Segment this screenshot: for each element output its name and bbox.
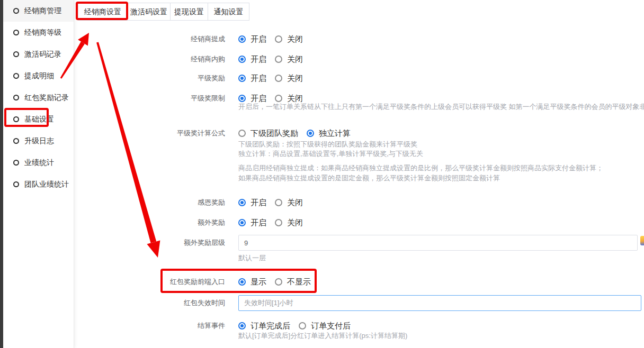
radio-checked-icon[interactable] (238, 35, 246, 43)
field-label: 额外奖励层级 (74, 238, 225, 248)
radio-option-on[interactable]: 开启 (238, 34, 266, 44)
sidebar-item-label: 红包奖励记录 (24, 93, 69, 103)
sidebar-item-performance-stats[interactable]: 业绩统计 (3, 152, 74, 173)
radio-checked-icon[interactable] (238, 56, 246, 63)
radio-option-on[interactable]: 开启 (238, 74, 266, 84)
circle-icon (13, 8, 19, 14)
radio-option-on[interactable]: 开启 (238, 218, 266, 228)
field-label: 额外奖励 (74, 218, 225, 227)
circle-icon (13, 30, 19, 35)
radio-unchecked-icon[interactable] (238, 130, 246, 137)
radio-unchecked-icon[interactable] (275, 75, 282, 82)
radio-option-order-paid[interactable]: 订单支付后 (299, 321, 351, 331)
radio-unchecked-icon[interactable] (275, 56, 282, 63)
field-label: 经销商内购 (74, 54, 225, 64)
radio-option-off[interactable]: 关闭 (275, 198, 303, 208)
sidebar-item-dealer-level[interactable]: 经销商等级 (3, 22, 74, 43)
field-label: 经销商提成 (74, 34, 225, 44)
radio-checked-icon[interactable] (238, 278, 246, 286)
circle-icon (13, 138, 19, 144)
circle-icon (13, 116, 19, 122)
sidebar-item-basic-settings[interactable]: 基础设置 (3, 108, 74, 130)
radio-option-show[interactable]: 显示 (238, 277, 266, 287)
tab-notification-settings[interactable]: 通知设置 (208, 3, 249, 21)
sidebar-item-label: 提成明细 (24, 71, 54, 81)
radio-unchecked-icon[interactable] (275, 95, 282, 102)
help-text: 如果商品经销商独立提成设置的是固定金额，那么平级奖计算金额则按照固定金额计算 (238, 173, 644, 183)
redpacket-expire-time-input[interactable] (238, 295, 641, 311)
form-row-settlement-event: 结算事件 订单完成后 订单支付后 (74, 320, 644, 331)
radio-option-on[interactable]: 开启 (238, 198, 266, 208)
field-label: 平级奖励 (74, 74, 225, 83)
radio-option-off[interactable]: 关闭 (275, 34, 303, 44)
radio-unchecked-icon[interactable] (275, 199, 282, 206)
tab-dealer-settings[interactable]: 经销商设置 (78, 3, 128, 21)
sidebar-item-team-performance-stats[interactable]: 团队业绩统计 (3, 173, 74, 195)
radio-unchecked-icon[interactable] (275, 278, 282, 286)
form-row-same-level-formula: 平级奖计算公式 下级团队奖励 独立计算 (74, 128, 644, 139)
radio-unchecked-icon[interactable] (275, 219, 282, 226)
help-text: 默认[订单完成后]分红订单进入结算计算(ps:计算结算期) (238, 331, 644, 341)
help-text: 商品启用经销商独立提成：如果商品经销商独立提成设置的是比例，那么平级奖计算金额则… (238, 163, 644, 173)
field-label: 平级奖计算公式 (74, 129, 225, 138)
radio-option-off[interactable]: 关闭 (275, 54, 303, 65)
help-text: 开启后，一笔订单关系链从下往上只有第一个满足平级奖条件的上级会员可以获得平级奖 … (238, 102, 644, 112)
field-label: 感恩奖励 (74, 198, 225, 207)
circle-icon (13, 160, 19, 166)
form-row-redpacket-front-entry: 红包奖励前端入口 显示 不显示 (74, 277, 644, 287)
tab-withdrawal-settings[interactable]: 提现设置 (170, 3, 208, 21)
sidebar-item-redpacket-reward-records[interactable]: 红包奖励记录 (3, 87, 74, 108)
field-label: 平级奖限制 (74, 94, 225, 103)
sidebar-item-upgrade-log[interactable]: 升级日志 (3, 130, 74, 152)
sidebar-item-label: 经销商管理 (24, 6, 61, 16)
sidebar-item-label: 激活码记录 (24, 50, 61, 59)
settings-tabbar: 经销商设置 激活码设置 提现设置 通知设置 (78, 3, 249, 21)
radio-option-off[interactable]: 关闭 (275, 218, 303, 228)
circle-icon (13, 51, 19, 57)
radio-option-independent-calc[interactable]: 独立计算 (307, 129, 351, 139)
sidebar-item-commission-details[interactable]: 提成明细 (3, 65, 74, 87)
radio-option-subteam-reward[interactable]: 下级团队奖励 (238, 129, 298, 139)
sidebar-item-label: 经销商等级 (24, 28, 61, 38)
circle-icon (13, 181, 19, 187)
field-label: 红包失效时间 (74, 298, 225, 308)
sidebar-item-label: 基础设置 (24, 115, 54, 124)
main-content: 经销商设置 激活码设置 提现设置 通知设置 经销商提成 开启 关闭 经销商内购 … (74, 0, 644, 348)
help-text: 下级团队奖励：按照下级获得的团队奖励金额来计算平级奖 (238, 140, 644, 149)
circle-icon (13, 73, 19, 79)
form-row-gratitude-reward: 感恩奖励 开启 关闭 (74, 197, 644, 208)
circle-icon (13, 95, 19, 100)
form-row-extra-reward: 额外奖励 开启 关闭 (74, 217, 644, 228)
radio-option-off[interactable]: 关闭 (275, 74, 303, 84)
sidebar-item-label: 团队业绩统计 (24, 180, 69, 189)
help-text: 独立计算：商品设置,基础设置等,单独计算平级奖,与下级无关 (238, 149, 644, 159)
form-row-same-level-reward: 平级奖励 开启 关闭 (74, 73, 644, 84)
sidebar: 经销商管理 经销商等级 激活码记录 提成明细 红包奖励记录 基础设置 升级日志 (3, 0, 74, 348)
extra-reward-levels-input[interactable] (238, 235, 638, 251)
field-label: 红包奖励前端入口 (74, 277, 225, 287)
sidebar-item-dealer-management[interactable]: 经销商管理 (3, 0, 74, 22)
form-row-dealer-internal-purchase: 经销商内购 开启 关闭 (74, 54, 644, 65)
field-label: 结算事件 (74, 321, 225, 331)
radio-unchecked-icon[interactable] (299, 322, 306, 329)
sidebar-item-label: 升级日志 (24, 136, 54, 146)
radio-unchecked-icon[interactable] (275, 35, 282, 43)
radio-option-on[interactable]: 开启 (238, 54, 266, 65)
form-row-redpacket-expire-time: 红包失效时间 (74, 295, 644, 311)
radio-checked-icon[interactable] (238, 199, 246, 206)
form-row-dealer-commission: 经销商提成 开启 关闭 (74, 34, 644, 44)
help-text: 默认一层 (238, 253, 644, 263)
cursor-artifact-icon (640, 236, 644, 245)
sidebar-item-activation-code-records[interactable]: 激活码记录 (3, 43, 74, 65)
radio-checked-icon[interactable] (238, 75, 246, 82)
radio-option-hide[interactable]: 不显示 (275, 277, 311, 287)
admin-settings-page: 经销商管理 经销商等级 激活码记录 提成明细 红包奖励记录 基础设置 升级日志 (0, 0, 644, 348)
tab-activation-code-settings[interactable]: 激活码设置 (127, 3, 171, 21)
radio-checked-icon[interactable] (238, 322, 246, 329)
radio-checked-icon[interactable] (238, 219, 246, 226)
radio-checked-icon[interactable] (307, 130, 314, 137)
radio-option-order-completed[interactable]: 订单完成后 (238, 321, 290, 331)
form-row-extra-reward-levels: 额外奖励层级 (74, 235, 644, 251)
radio-checked-icon[interactable] (238, 95, 246, 102)
sidebar-item-label: 业绩统计 (24, 158, 54, 168)
